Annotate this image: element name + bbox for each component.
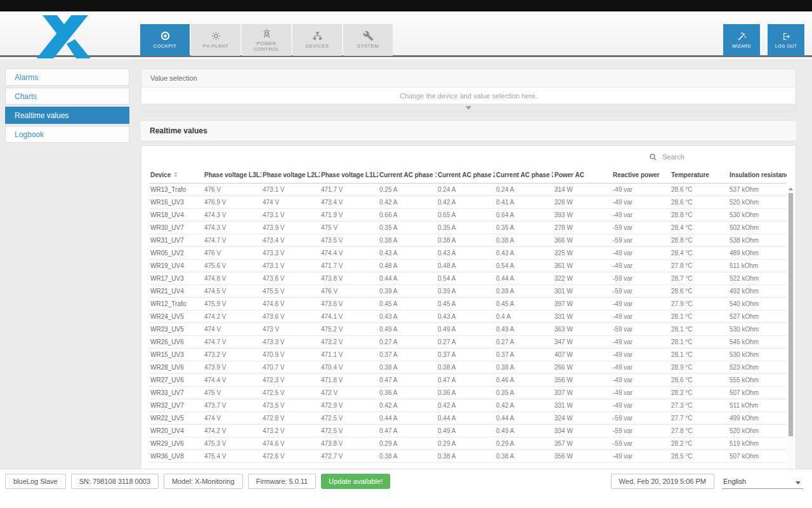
nav-system-button[interactable]: SYSTEM <box>343 24 393 56</box>
value-cell: 0.44 A <box>436 412 495 425</box>
table-row: WR12_Trafo475.9 V474.6 V473.6 V0.45 A0.4… <box>149 298 787 311</box>
value-cell: -59 var <box>612 425 670 438</box>
value-cell: 474.4 V <box>203 374 261 387</box>
sidebar-item-charts[interactable]: Charts <box>5 88 129 105</box>
update-available-button[interactable]: Update available! <box>321 474 390 489</box>
nav-devices-button[interactable]: DEVICES <box>292 24 342 56</box>
column-header-insulation-resistance[interactable]: Insulation resistance <box>728 168 787 184</box>
value-cell: 473.8 V <box>320 438 378 450</box>
column-header-current-ac-phase-1[interactable]: Current AC phase 1 <box>378 168 436 184</box>
device-cell: WR33_UV7 <box>149 387 203 399</box>
value-cell: 0.47 A <box>378 425 436 438</box>
action-label: LOG OUT <box>775 44 797 48</box>
value-cell: 475.9 V <box>203 298 261 311</box>
sidebar: Alarms Charts Realtime values Logbook <box>5 69 129 145</box>
datetime-box: Wed, Feb 20, 2019 5:06 PM <box>611 474 714 489</box>
table-header-row: DevicePhase voltage L3L1Phase voltage L2… <box>149 168 787 184</box>
value-selection-expander[interactable] <box>141 104 796 112</box>
column-header-current-ac-phase-2[interactable]: Current AC phase 2 <box>436 168 495 184</box>
nav-cockpit-button[interactable]: COCKPIT <box>140 24 190 56</box>
value-cell: 0.29 A <box>378 438 436 450</box>
column-header-device[interactable]: Device <box>149 168 203 184</box>
realtime-values-table: DevicePhase voltage L3L1Phase voltage L2… <box>149 168 787 463</box>
scrollbar-thumb[interactable] <box>789 193 793 436</box>
nav-power-control-button[interactable]: POWER CONTROL <box>242 24 291 56</box>
value-cell: 473 V <box>261 323 320 336</box>
value-cell: 471.7 V <box>320 184 378 196</box>
column-header-phase-voltage-l1l2[interactable]: Phase voltage L1L2 <box>320 168 378 184</box>
value-cell: 0.54 A <box>495 260 553 272</box>
value-cell: 0.66 A <box>378 209 436 222</box>
table-row: WR18_UV4474.3 V473.1 V471.9 V0.66 A0.65 … <box>149 209 787 222</box>
value-cell: 326 W <box>553 196 612 209</box>
value-cell: 471.8 V <box>320 374 378 387</box>
column-header-reactive-power[interactable]: Reactive power <box>612 168 670 184</box>
company-logo[interactable] <box>18 15 113 58</box>
value-cell: 324 W <box>553 412 612 425</box>
table-row: WR33_UV7475 V472.5 V472 V0.36 A0.36 A0.3… <box>149 387 787 399</box>
value-cell: 0.38 A <box>378 450 436 463</box>
logo-x-stroke <box>67 39 91 58</box>
column-header-temperature[interactable]: Temperature <box>670 168 728 184</box>
device-cell: WR16_UV3 <box>149 196 203 209</box>
value-cell: 278 W <box>553 222 612 234</box>
value-cell: 474.4 V <box>320 247 378 260</box>
wizard-button[interactable]: WIZARD <box>723 24 760 56</box>
value-cell: -59 var <box>612 272 670 285</box>
column-header-power-ac[interactable]: Power AC <box>553 168 612 184</box>
cockpit-target-icon <box>160 30 171 41</box>
table-scrollbar[interactable] <box>788 185 794 468</box>
value-cell: 361 W <box>553 260 612 272</box>
value-cell: -59 var <box>612 323 670 336</box>
search-input[interactable] <box>662 153 732 161</box>
value-cell: 0.39 A <box>495 285 553 298</box>
sort-icon[interactable] <box>173 171 179 178</box>
value-cell: 393 W <box>553 209 612 222</box>
device-cell: WR29_UV6 <box>149 438 203 450</box>
value-cell: -59 var <box>612 412 670 425</box>
value-cell: 476 V <box>203 184 261 196</box>
value-cell: 0.43 A <box>436 311 495 323</box>
value-cell: 0.38 A <box>436 234 495 247</box>
value-cell: 473.9 V <box>261 222 320 234</box>
sidebar-item-realtime-values[interactable]: Realtime values <box>5 107 129 124</box>
value-cell: 314 W <box>553 184 612 196</box>
value-cell: 472.8 V <box>261 412 320 425</box>
value-cell: 0.45 A <box>436 298 495 311</box>
value-cell: 356 W <box>553 374 612 387</box>
status-right-group: Wed, Feb 20, 2019 5:06 PM English <box>611 474 803 489</box>
logout-button[interactable]: LOG OUT <box>768 24 804 56</box>
table-row: WR26_UV6474.7 V473.3 V473.2 V0.27 A0.27 … <box>149 336 787 349</box>
value-cell: 0.4 A <box>495 311 553 323</box>
scrollbar-up-arrow[interactable] <box>788 185 794 192</box>
device-cell: WR26_UV6 <box>149 336 203 349</box>
table-body: WR13_Trafo476 V473.1 V471.7 V0.25 A0.24 … <box>149 184 787 463</box>
value-cell: 397 W <box>553 298 612 311</box>
value-cell: 28.6 °C <box>670 374 728 387</box>
column-header-phase-voltage-l2l3[interactable]: Phase voltage L2L3 <box>261 168 320 184</box>
value-cell: -59 var <box>612 234 670 247</box>
column-header-current-ac-phase-3[interactable]: Current AC phase 3 <box>495 168 553 184</box>
sidebar-item-alarms[interactable]: Alarms <box>5 69 129 86</box>
value-cell: 473.7 V <box>203 399 261 412</box>
value-cell: 28.2 °C <box>670 438 728 450</box>
value-cell: 473.4 V <box>320 196 378 209</box>
device-cell: WR15_UV3 <box>149 349 203 361</box>
value-cell: 0.27 A <box>378 336 436 349</box>
value-cell: 28.1 °C <box>670 311 728 323</box>
nav-label: PV-PLANT <box>203 43 228 49</box>
value-cell: 474.1 V <box>320 311 378 323</box>
value-cell: -49 var <box>612 209 670 222</box>
value-cell: -49 var <box>612 349 670 361</box>
column-header-phase-voltage-l3l1[interactable]: Phase voltage L3L1 <box>203 168 261 184</box>
table-row: WR22_UV5474 V472.8 V472.5 V0.44 A0.44 A0… <box>149 412 787 425</box>
device-cell: WR20_UV4 <box>149 425 203 438</box>
value-cell: 0.25 A <box>378 184 436 196</box>
value-cell: 0.38 A <box>495 361 553 374</box>
nav-pv-plant-button[interactable]: PV-PLANT <box>191 24 240 56</box>
sidebar-item-logbook[interactable]: Logbook <box>5 126 129 143</box>
language-select[interactable]: English <box>722 474 803 489</box>
value-cell: 474 V <box>261 196 320 209</box>
search-row <box>141 146 796 168</box>
value-cell: 523 kOhm <box>728 361 787 374</box>
